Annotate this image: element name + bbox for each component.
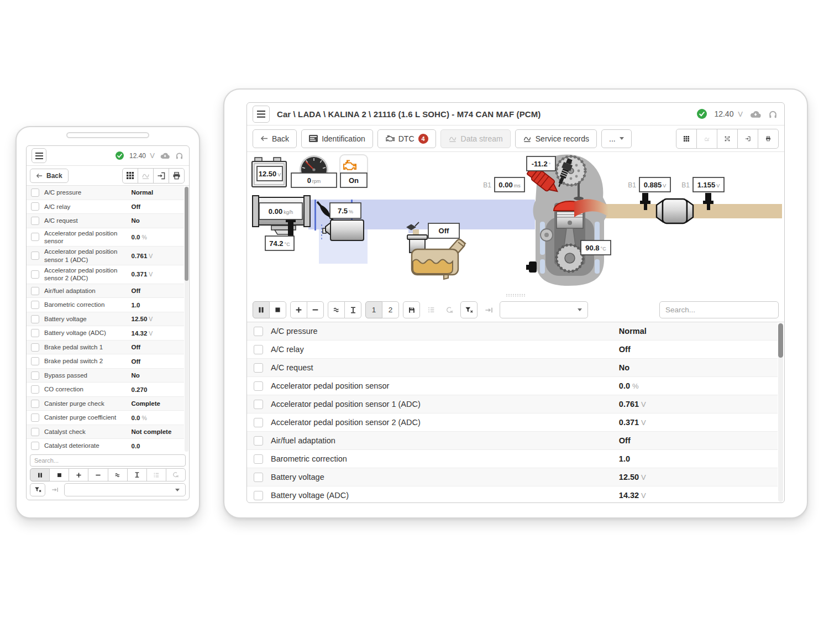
row-checkbox[interactable] — [31, 189, 39, 197]
pause-button[interactable] — [253, 301, 270, 318]
list-item[interactable]: Brake pedal switch 2 Off — [27, 354, 184, 369]
row-checkbox[interactable] — [31, 252, 39, 260]
page-2-button[interactable]: 2 — [382, 301, 399, 318]
menu-button[interactable] — [32, 148, 46, 163]
back-button[interactable]: Back — [30, 169, 69, 183]
row-checkbox[interactable] — [31, 315, 39, 323]
list-item[interactable]: Accelerator pedal position sensor 2 (ADC… — [27, 265, 184, 284]
dtc-button[interactable]: DTC 4 — [377, 129, 436, 148]
smooth-button[interactable] — [328, 301, 345, 318]
row-checkbox[interactable] — [31, 233, 39, 241]
list-item[interactable]: Canister purge coefficient 0.0% — [27, 411, 184, 425]
list-item[interactable]: Battery voltage (ADC) 14.32V — [27, 326, 184, 341]
select-region-button[interactable] — [717, 129, 738, 149]
stop-button[interactable] — [269, 301, 286, 318]
more-button[interactable]: ... — [601, 129, 632, 148]
row-checkbox[interactable] — [254, 491, 263, 500]
chart-view-button[interactable] — [696, 129, 717, 149]
row-checkbox[interactable] — [31, 343, 39, 352]
row-checkbox[interactable] — [31, 442, 39, 450]
export-button[interactable] — [737, 129, 758, 149]
identification-button[interactable]: Identification — [301, 129, 373, 148]
row-checkbox[interactable] — [31, 413, 39, 422]
search-input[interactable] — [30, 454, 186, 467]
range-button[interactable] — [127, 468, 147, 481]
table-row[interactable]: Accelerator pedal position sensor 0.0% — [247, 377, 778, 395]
list-button[interactable] — [424, 306, 438, 313]
service-records-button[interactable]: Service records — [515, 129, 597, 148]
goto-end-button[interactable] — [481, 306, 496, 314]
print-button[interactable] — [169, 168, 185, 184]
list-item[interactable]: Canister purge check Complete — [27, 397, 184, 411]
remove-button[interactable] — [307, 301, 324, 318]
row-checkbox[interactable] — [254, 345, 263, 354]
row-checkbox[interactable] — [31, 202, 39, 211]
row-checkbox[interactable] — [254, 454, 263, 464]
list-item[interactable]: Air/fuel adaptation Off — [27, 284, 184, 299]
list-button[interactable] — [146, 468, 166, 481]
list-item[interactable]: A/C relay Off — [27, 200, 184, 214]
remove-button[interactable] — [88, 468, 108, 481]
row-checkbox[interactable] — [31, 329, 39, 337]
list-item[interactable]: Battery voltage 12.50V — [27, 312, 184, 327]
row-checkbox[interactable] — [31, 287, 39, 295]
row-checkbox[interactable] — [254, 436, 263, 446]
list-item[interactable]: Accelerator pedal position sensor 0.0% — [27, 228, 184, 247]
row-checkbox[interactable] — [31, 301, 39, 309]
chart-view-button[interactable] — [138, 168, 154, 184]
table-row[interactable]: Accelerator pedal position sensor 1 (ADC… — [247, 395, 778, 413]
filter-button[interactable] — [460, 301, 478, 318]
grid-view-button[interactable] — [676, 129, 697, 149]
row-checkbox[interactable] — [31, 357, 39, 365]
list-item[interactable]: Barometric correction 1.0 — [27, 298, 184, 312]
save-button[interactable] — [403, 301, 420, 318]
list-item[interactable]: Brake pedal switch 1 Off — [27, 341, 184, 355]
row-checkbox[interactable] — [254, 418, 263, 427]
menu-button[interactable] — [253, 106, 270, 123]
table-row[interactable]: Barometric correction 1.0 — [247, 450, 778, 468]
range-button[interactable] — [344, 301, 361, 318]
parameter-set-dropdown[interactable] — [500, 301, 588, 318]
table-row[interactable]: Battery voltage 12.50V — [247, 468, 778, 486]
table-row[interactable]: Air/fuel adaptation Off — [247, 432, 778, 450]
data-stream-button[interactable]: Data stream — [440, 129, 511, 148]
clear-button[interactable] — [442, 306, 457, 314]
search-input[interactable] — [659, 301, 779, 318]
row-checkbox[interactable] — [31, 371, 39, 380]
list-item[interactable]: CO correction 0.270 — [27, 383, 184, 397]
cloud-download-icon[interactable] — [750, 110, 761, 118]
row-checkbox[interactable] — [31, 428, 39, 436]
row-checkbox[interactable] — [31, 385, 39, 394]
add-button[interactable] — [290, 301, 307, 318]
print-button[interactable] — [758, 129, 779, 149]
table-row[interactable]: A/C request No — [247, 359, 778, 377]
table-row[interactable]: Battery voltage (ADC) 14.32V — [247, 486, 778, 502]
list-item[interactable]: Accelerator pedal position sensor 1 (ADC… — [27, 247, 184, 265]
list-item[interactable]: Catalyst deteriorate 0.0 — [27, 439, 184, 452]
table-scrollbar[interactable] — [778, 323, 783, 502]
list-item[interactable]: A/C pressure Normal — [27, 186, 184, 200]
page-1-button[interactable]: 1 — [365, 301, 382, 318]
table-row[interactable]: A/C relay Off — [247, 341, 778, 359]
list-item[interactable]: Bypass passed No — [27, 369, 184, 383]
back-button[interactable]: Back — [253, 129, 297, 148]
phone-scrollbar-thumb[interactable] — [185, 187, 188, 281]
pause-button[interactable] — [30, 468, 50, 481]
smooth-button[interactable] — [108, 468, 128, 481]
row-checkbox[interactable] — [254, 473, 263, 482]
stop-button[interactable] — [49, 468, 69, 481]
grid-view-button[interactable] — [122, 168, 138, 184]
row-checkbox[interactable] — [31, 270, 39, 279]
clear-button[interactable] — [166, 468, 186, 481]
list-item[interactable]: Catalyst check Not complete — [27, 425, 184, 439]
headphones-icon[interactable] — [768, 109, 778, 119]
table-row[interactable]: Accelerator pedal position sensor 2 (ADC… — [247, 413, 778, 432]
table-scrollbar-thumb[interactable] — [778, 323, 783, 358]
table-row[interactable]: A/C pressure Normal — [247, 322, 778, 341]
parameter-set-dropdown[interactable] — [64, 483, 186, 496]
list-item[interactable]: A/C request No — [27, 214, 184, 228]
row-checkbox[interactable] — [254, 363, 263, 373]
panel-splitter[interactable] — [247, 292, 784, 298]
export-button[interactable] — [153, 168, 169, 184]
phone-scrollbar[interactable] — [185, 186, 188, 452]
